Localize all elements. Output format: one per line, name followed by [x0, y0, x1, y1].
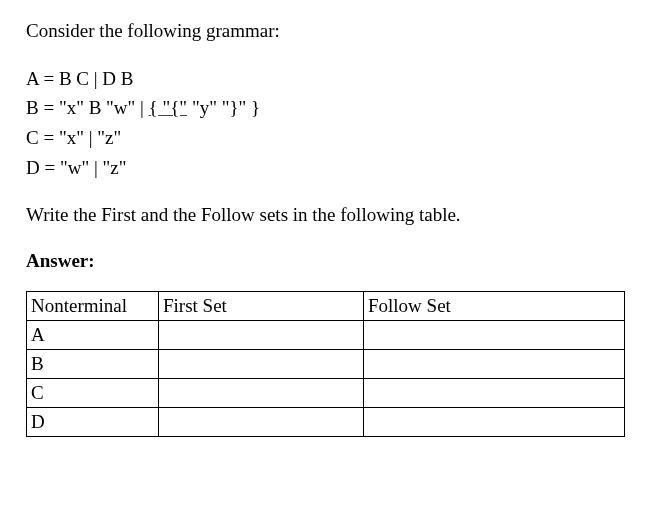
cell-first[interactable]: [159, 379, 364, 408]
intro-text: Consider the following grammar:: [26, 18, 646, 44]
cell-nt: B: [27, 350, 159, 379]
grammar-production-a: A = B C | D B: [26, 66, 646, 92]
cell-first[interactable]: [159, 408, 364, 437]
grammar-block: A = B C | D B B = "x" B "w" | { "{" "y" …: [26, 66, 646, 181]
page-root: Consider the following grammar: A = B C …: [0, 0, 672, 437]
table-row: B: [27, 350, 625, 379]
grammar-production-b: B = "x" B "w" | { "{" "y" "}" }: [26, 95, 646, 121]
answer-label: Answer:: [26, 248, 646, 274]
table-row: C: [27, 379, 625, 408]
table-row: A: [27, 321, 625, 350]
grammar-b-suffix: "y" "}" }: [187, 97, 260, 118]
grammar-b-prefix: B = "x" B "w" |: [26, 97, 149, 118]
table-header-row: Nonterminal First Set Follow Set: [27, 292, 625, 321]
cell-nt: D: [27, 408, 159, 437]
cell-follow[interactable]: [364, 408, 625, 437]
header-first-set: First Set: [159, 292, 364, 321]
grammar-production-c: C = "x" | "z": [26, 125, 646, 151]
grammar-production-d: D = "w" | "z": [26, 155, 646, 181]
cell-follow[interactable]: [364, 350, 625, 379]
table-row: D: [27, 408, 625, 437]
cell-follow[interactable]: [364, 379, 625, 408]
grammar-b-underlined: { "{": [149, 97, 188, 118]
header-nonterminal: Nonterminal: [27, 292, 159, 321]
cell-nt: A: [27, 321, 159, 350]
cell-follow[interactable]: [364, 321, 625, 350]
cell-nt: C: [27, 379, 159, 408]
cell-first[interactable]: [159, 350, 364, 379]
sets-table: Nonterminal First Set Follow Set A B C D: [26, 291, 625, 437]
cell-first[interactable]: [159, 321, 364, 350]
task-text: Write the First and the Follow sets in t…: [26, 202, 646, 228]
header-follow-set: Follow Set: [364, 292, 625, 321]
